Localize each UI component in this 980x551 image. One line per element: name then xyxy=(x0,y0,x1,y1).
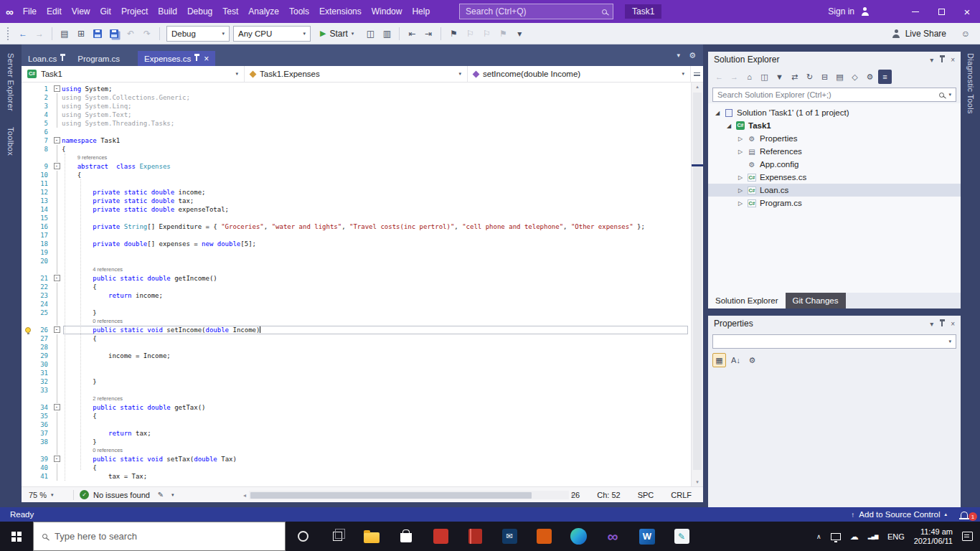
props-property-pages-icon[interactable]: ⚙ xyxy=(745,353,759,367)
toggle-bookmark-icon[interactable]: ⚑ xyxy=(446,26,461,42)
quick-search-input[interactable] xyxy=(466,6,598,17)
code-line-5[interactable]: 5using System.Threading.Tasks; xyxy=(22,119,691,128)
code-line-28[interactable]: 28 xyxy=(22,343,691,352)
scrollbar-track[interactable] xyxy=(249,491,569,499)
se-preview-selected-icon[interactable]: ≡ xyxy=(878,70,892,84)
collapse-region-icon[interactable]: - xyxy=(54,404,60,410)
solution-search-box[interactable]: ▾ xyxy=(712,88,956,102)
codelens-indicator[interactable]: 0 references xyxy=(22,317,691,326)
code-line-20[interactable]: 20 xyxy=(22,257,691,265)
code-line-6[interactable]: 6 xyxy=(22,128,691,136)
se-show-all-files-icon[interactable]: ▤ xyxy=(833,70,847,84)
menu-test[interactable]: Test xyxy=(217,0,243,23)
collapse-region-icon[interactable]: - xyxy=(54,326,60,333)
tab-solution-explorer[interactable]: Solution Explorer xyxy=(708,293,786,309)
tab-expenses-cs[interactable]: Expenses.cs× xyxy=(138,51,215,66)
code-line-38[interactable]: 38 } xyxy=(22,438,691,446)
pin-icon[interactable] xyxy=(941,321,943,326)
menu-help[interactable]: Help xyxy=(407,0,435,23)
code-line-23[interactable]: 23 return income; xyxy=(22,291,691,300)
pinned-app-orange-button[interactable] xyxy=(527,522,561,551)
hidden-icons-chevron[interactable]: ∧ xyxy=(816,533,821,540)
code-line-8[interactable]: 8{ xyxy=(22,145,691,154)
taskbar-search-box[interactable] xyxy=(33,522,286,551)
close-icon[interactable]: × xyxy=(951,320,955,328)
document-health-indicator[interactable]: ✓No issues found xyxy=(80,490,150,499)
tab-loan-cs[interactable]: Loan.cs xyxy=(22,51,71,66)
expander-icon[interactable]: ▷ xyxy=(735,187,745,194)
previous-bookmark-icon[interactable]: ⚐ xyxy=(463,26,477,42)
toolbar-options-icon[interactable]: ▾ xyxy=(512,26,527,42)
se-refresh-icon[interactable]: ↻ xyxy=(803,70,816,84)
code-line-37[interactable]: 37 return tax; xyxy=(22,429,691,438)
undo-icon[interactable]: ↶ xyxy=(123,26,138,42)
display-tray-icon[interactable] xyxy=(831,533,841,540)
expander-icon[interactable]: ◢ xyxy=(712,110,722,116)
code-line-30[interactable]: 30 xyxy=(22,360,691,369)
quick-actions-lightbulb-icon[interactable] xyxy=(25,327,31,333)
code-line-3[interactable]: 3using System.Linq; xyxy=(22,102,691,110)
tree-item-loan-cs[interactable]: ▷C#Loan.cs xyxy=(708,184,961,197)
menu-edit[interactable]: Edit xyxy=(42,0,67,23)
codelens-indicator[interactable]: 0 references xyxy=(22,446,691,455)
pin-icon[interactable] xyxy=(62,56,63,61)
notes-app-button[interactable]: ✎ xyxy=(664,522,699,551)
code-line-39[interactable]: 39- public static void setTax(double Tax… xyxy=(22,455,691,463)
expander-icon[interactable]: ▷ xyxy=(735,136,745,142)
send-feedback-icon[interactable]: ☺ xyxy=(958,26,973,42)
code-line-25[interactable]: 25 } xyxy=(22,309,691,317)
taskbar-search-input[interactable] xyxy=(55,531,276,542)
code-line-4[interactable]: 4using System.Text; xyxy=(22,110,691,119)
action-center-icon[interactable] xyxy=(962,532,973,541)
menu-git[interactable]: Git xyxy=(95,0,116,23)
pinned-app-book-button[interactable] xyxy=(458,522,492,551)
maximize-button[interactable] xyxy=(928,0,954,23)
code-line-14[interactable]: 14 private static double expenseTotal; xyxy=(22,205,691,214)
tree-item-properties[interactable]: ▷⚙Properties xyxy=(708,132,961,145)
navigate-backward-icon[interactable]: ← xyxy=(16,26,30,42)
tab-options-icon[interactable]: ⚙ xyxy=(689,51,696,60)
code-cleanup-icon[interactable]: ✎ xyxy=(156,487,166,503)
se-sync-with-active-document-icon[interactable]: ⇄ xyxy=(788,70,801,84)
word-button[interactable]: W xyxy=(630,522,664,551)
scroll-down-icon[interactable]: ▾ xyxy=(692,479,703,485)
solution-configuration-select[interactable]: Debug▾ xyxy=(166,26,230,42)
code-line-27[interactable]: 27 { xyxy=(22,334,691,343)
se-forward-icon[interactable]: → xyxy=(727,70,741,84)
se-properties-icon[interactable]: ⚙ xyxy=(863,70,877,84)
quick-search-box[interactable] xyxy=(459,4,613,19)
live-share-button[interactable]: Live Share xyxy=(892,29,946,39)
close-icon[interactable]: × xyxy=(204,55,209,63)
code-line-35[interactable]: 35 { xyxy=(22,412,691,420)
code-line-29[interactable]: 29 income = Income; xyxy=(22,352,691,360)
collapse-region-icon[interactable]: - xyxy=(54,456,60,462)
se-back-icon[interactable]: ← xyxy=(712,70,726,84)
se-view-code-icon[interactable]: ◇ xyxy=(848,70,862,84)
sign-in-link[interactable]: Sign in xyxy=(828,6,854,17)
menu-window[interactable]: Window xyxy=(367,0,407,23)
code-line-36[interactable]: 36 xyxy=(22,420,691,429)
se-collapse-all-icon[interactable]: ⊟ xyxy=(818,70,831,84)
save-icon[interactable] xyxy=(93,29,102,38)
menu-tools[interactable]: Tools xyxy=(284,0,314,23)
scroll-up-icon[interactable]: ▴ xyxy=(692,84,703,90)
decrease-indent-icon[interactable]: ⇤ xyxy=(405,26,419,42)
edge-button[interactable] xyxy=(561,522,595,551)
microsoft-store-button[interactable] xyxy=(389,522,423,551)
props-alphabetical-icon[interactable]: A↓ xyxy=(729,353,743,367)
network-signal-icon[interactable]: ▂▄▆ xyxy=(868,534,878,540)
mail-app-button[interactable]: ✉ xyxy=(492,522,527,551)
code-line-26[interactable]: 26- public static void setIncome(double … xyxy=(22,326,691,334)
add-to-source-control-button[interactable]: ↑ Add to Source Control ▴ xyxy=(851,510,947,519)
type-dropdown[interactable]: Task1.Expenses▾ xyxy=(245,66,468,82)
project-dropdown[interactable]: C#Task1▾ xyxy=(22,66,245,82)
horizontal-scrollbar[interactable]: ◂ ▸ xyxy=(240,491,578,499)
codelens-indicator[interactable]: 4 references xyxy=(22,265,691,274)
start-debugging-button[interactable]: ▶Start▾ xyxy=(314,26,359,42)
code-line-16[interactable]: 16 private String[] Expenditure = { "Gro… xyxy=(22,222,691,231)
split-editor-handle[interactable] xyxy=(691,66,703,83)
code-line-13[interactable]: 13 private static double tax; xyxy=(22,197,691,205)
se-switch-views-icon[interactable]: ◫ xyxy=(758,70,771,84)
navigate-forward-icon[interactable]: → xyxy=(32,26,47,42)
menu-file[interactable]: File xyxy=(18,0,42,23)
